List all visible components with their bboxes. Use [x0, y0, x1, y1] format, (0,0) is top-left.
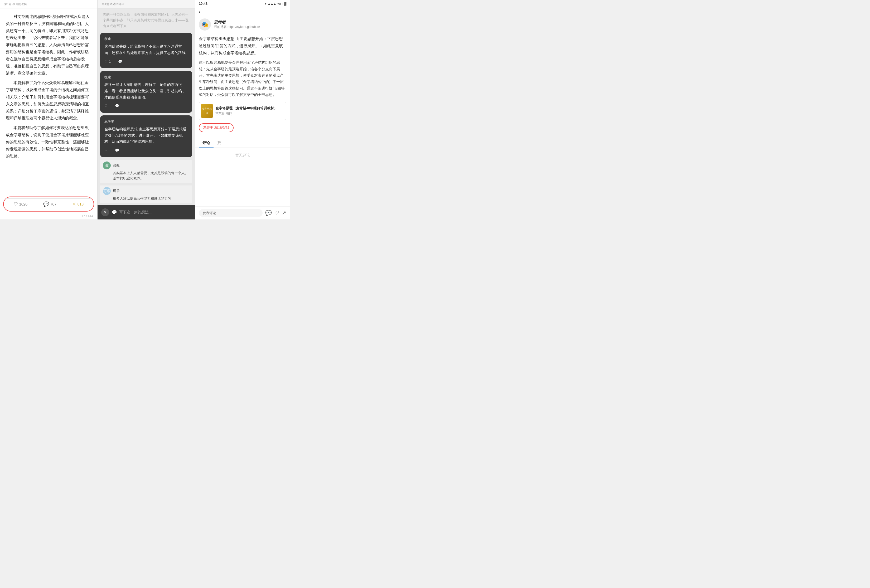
user-name: 思考者	[214, 20, 260, 25]
no-comment-text: 暂无评论	[195, 148, 290, 163]
next-comment-text: 很多人难以提高写作能力和进话能力的	[103, 196, 189, 202]
comment-bubble-2: 征途 表述一些让大家听进去，理解了，记住的东西很难，看一看是否能够让受众心头一震…	[100, 71, 192, 113]
battery-icon: ●	[265, 2, 267, 5]
signal-icon: ▲▲▲	[268, 2, 276, 5]
bubble-like-icon-2: ♡	[104, 103, 107, 109]
compose-bar: × 💬 写下这一刻的想法...	[98, 205, 195, 220]
left-para-1: 对文章阐述的思想作出疑问/回答式反应是人类的一种自然反应，没有国籍和民族的区别。…	[6, 13, 91, 77]
left-panel: 第1篇 表达的逻辑 对文章阐述的思想作出疑问/回答式反应是人类的一种自然反应，没…	[0, 0, 98, 220]
book-cover: 金字塔原理	[201, 104, 213, 118]
bubble-comment-1[interactable]: 💬	[118, 59, 122, 65]
last-comment-avatar: 龚	[103, 162, 111, 169]
right-panel: 10:48 ● ▲▲▲ WiFi ▓ ‹ 🎭 思考者 我的博客:https://…	[195, 0, 290, 220]
comment-actions-2: ♡ 💬	[104, 103, 188, 109]
user-blog: 我的博客:https://sykent.github.io/	[214, 25, 260, 29]
comment-actions-3: ♡ 💬	[104, 147, 188, 154]
comment-text-2: 表述一些让大家听进去，理解了，记住的东西很难，看一看是否能够让受众心头一震，引起…	[104, 82, 188, 100]
share-button[interactable]: ✳ 813	[72, 201, 83, 207]
status-bar: 10:48 ● ▲▲▲ WiFi ▓	[195, 0, 290, 7]
status-icons: ● ▲▲▲ WiFi ▓	[265, 2, 286, 5]
comment-text-1: 这句话很关键，给我指明了不光只是学习沟通方面，还有在生活处理琐事方面，提供了思考…	[104, 43, 188, 56]
like-icon: ♡	[14, 201, 18, 207]
bubble-comment-icon-3: 💬	[115, 147, 119, 154]
left-para-2: 本篇解释了为什么受众最容易理解和记住金字塔结构，以及组成金字塔的子结构之间如何互…	[6, 79, 91, 122]
mid-bg-text: 类的一种自然反应，没有国籍和民族的区别。人类还有一个共同的特点，即只有用某种方式…	[100, 10, 192, 30]
share-icon-button[interactable]: ↗	[282, 210, 286, 216]
main-text: 金字塔结构组织思想:由主要思想开始→下层思想通过疑问/回答的方式，进行展开。→如…	[199, 35, 286, 56]
bubble-comment-2[interactable]: 💬	[115, 103, 119, 109]
right-bottom-bar: 💬 ♡ ↗	[195, 206, 290, 220]
comment-button[interactable]: 💬 767	[43, 201, 57, 207]
comment-author-1: 征途	[104, 36, 188, 42]
tab-comments[interactable]: 评论	[199, 138, 213, 147]
like-button[interactable]: ♡ 1626	[14, 201, 27, 207]
last-comment-item: 龚 龚毅 其实基本上人人都需要，尤其是职场的每一个人。基本的职业化素养。	[100, 160, 192, 183]
bubble-like-2[interactable]: ♡	[104, 103, 107, 109]
book-author: 芭芭拉·明托	[215, 111, 277, 117]
date-badge: 发表于 2018/3/31	[199, 123, 286, 136]
last-comment-author: 龚毅	[113, 163, 120, 168]
bubble-like-3[interactable]: ♡	[104, 147, 107, 154]
bubble-comment-3[interactable]: 💬	[115, 147, 119, 154]
back-button[interactable]: ‹	[199, 9, 201, 15]
tabs-row: 评论 赞	[195, 138, 290, 148]
middle-top-bar: 第1篇 表达的逻辑	[98, 0, 195, 9]
secondary-text: 你可以很容易地使受众理解用金字塔结构组织的思想：先从金字塔的最顶端开始，沿各个分…	[199, 59, 286, 98]
book-info: 金字塔原理（麦肯锡40年经典培训教材） 芭芭拉·明托	[215, 105, 277, 117]
reply-icon-button[interactable]: 💬	[265, 210, 272, 216]
compose-input-area[interactable]: 💬 写下这一刻的想法...	[112, 210, 191, 215]
next-comment-author: 可乐	[113, 189, 120, 193]
comment-bubble-3: 思考者 金字塔结构组织思想:由主要思想开始→下层思想通过疑问/回答的方式，进行展…	[100, 115, 192, 157]
bubble-like-1[interactable]: ♡ 1	[104, 59, 111, 65]
comment-icon: 💬	[43, 201, 49, 207]
left-content: 对文章阐述的思想作出疑问/回答式反应是人类的一种自然反应，没有国籍和民族的区别。…	[0, 9, 97, 195]
bubble-like-icon-1: ♡	[104, 59, 107, 65]
right-content: 金字塔结构组织思想:由主要思想开始→下层思想通过疑问/回答的方式，进行展开。→如…	[195, 33, 290, 138]
like-icon-button[interactable]: ♡	[274, 210, 279, 216]
compose-icon: 💬	[112, 210, 117, 215]
middle-scroll[interactable]: 类的一种自然反应，没有国籍和民族的区别。人类还有一个共同的特点，即只有用某种方式…	[98, 9, 195, 205]
user-info: 思考者 我的博客:https://sykent.github.io/	[214, 20, 260, 29]
tab-likes[interactable]: 赞	[213, 138, 225, 147]
bubble-comment-icon-2: 💬	[115, 103, 119, 109]
comment-actions-1: ♡ 1 💬	[104, 59, 188, 65]
next-comment-avatar: 可乐	[103, 187, 111, 195]
user-row: 🎭 思考者 我的博客:https://sykent.github.io/	[195, 16, 290, 33]
bubble-comment-icon-1: 💬	[118, 59, 122, 65]
wifi-icon: WiFi	[277, 2, 283, 5]
comment-text-3: 金字塔结构组织思想:由主要思想开始→下层思想通过疑问/回答的方式，进行展开。→如…	[104, 126, 188, 145]
comment-author-2: 征途	[104, 74, 188, 80]
comment-input[interactable]	[199, 209, 262, 217]
status-time: 10:48	[199, 1, 207, 6]
left-top-bar: 第1篇 表达的逻辑	[0, 0, 97, 9]
comment-bubble-1: 征途 这句话很关键，给我指明了不光只是学习沟通方面，还有在生活处理琐事方面，提供…	[100, 33, 192, 68]
bubble-like-icon-3: ♡	[104, 147, 107, 154]
user-avatar: 🎭	[199, 18, 211, 31]
share-icon: ✳	[72, 201, 76, 207]
close-compose-button[interactable]: ×	[101, 208, 109, 216]
comment-author-3: 思考者	[104, 119, 188, 125]
next-comment-item: 可乐 可乐 很多人难以提高写作能力和进话能力的	[100, 186, 192, 203]
book-card[interactable]: 金字塔原理 金字塔原理（麦肯锡40年经典培训教材） 芭芭拉·明托	[199, 102, 286, 120]
middle-panel: 第1篇 表达的逻辑 类的一种自然反应，没有国籍和民族的区别。人类还有一个共同的特…	[98, 0, 195, 220]
book-title: 金字塔原理（麦肯锡40年经典培训教材）	[215, 105, 277, 111]
page-number: 17 / 414	[0, 213, 97, 220]
last-comment-text: 其实基本上人人都需要，尤其是职场的每一个人。基本的职业化素养。	[103, 171, 189, 181]
left-bottom-bar: ♡ 1626 💬 767 ✳ 813	[6, 198, 91, 210]
battery-full-icon: ▓	[284, 2, 286, 5]
left-para-3: 本篇将帮助你了解如何将要表达的思想组织成金字塔结构，说明了使用金字塔原理能够检查…	[6, 124, 91, 160]
bottom-actions-highlight: ♡ 1626 💬 767 ✳ 813	[3, 196, 94, 212]
right-nav: ‹	[195, 7, 290, 16]
